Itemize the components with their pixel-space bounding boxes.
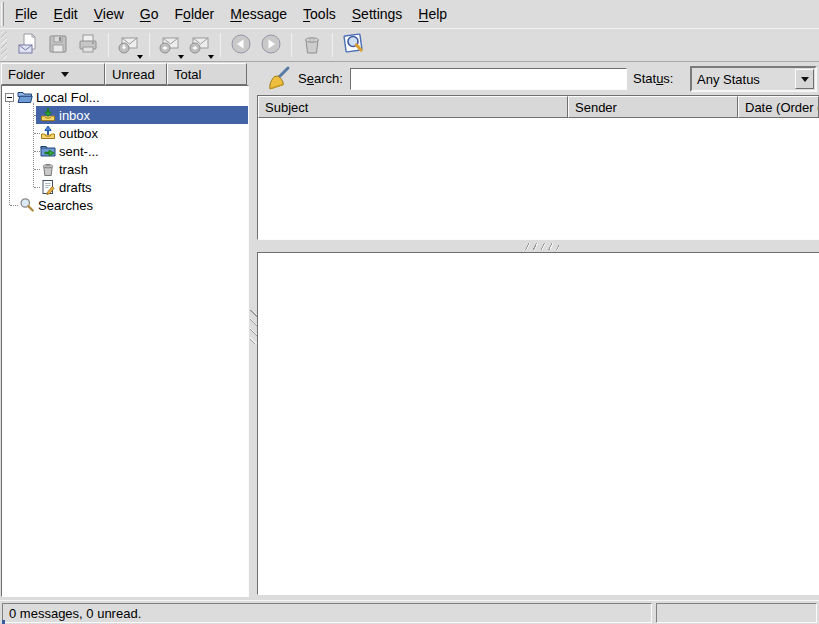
folder-label-local-folders: Local Fol... <box>36 90 100 105</box>
new-message-icon <box>16 32 40 59</box>
save-icon <box>46 32 70 59</box>
find-messages-button[interactable] <box>339 31 367 59</box>
splitter-grip[interactable] <box>525 243 559 250</box>
column-header-sender[interactable]: Sender <box>568 96 738 118</box>
folder-row-inbox[interactable]: inbox <box>2 106 248 124</box>
toolbar-separator <box>149 33 150 57</box>
toolbar-grip[interactable] <box>1 31 7 59</box>
combobox-arrow-button[interactable] <box>795 69 814 89</box>
broom-icon <box>263 81 291 96</box>
outbox-icon <box>40 125 56 141</box>
column-header-sender-label: Sender <box>575 100 617 115</box>
new-message-button[interactable] <box>14 31 42 59</box>
toolbar-separator <box>220 33 221 57</box>
search-bar: Search: Status: Any Status <box>257 63 819 95</box>
search-folder-icon <box>19 197 35 213</box>
trash-icon <box>300 32 324 59</box>
toolbar-separator <box>332 33 333 57</box>
sort-descending-icon <box>61 72 69 77</box>
folder-tree: Local Fol... inbox outbox <box>1 85 249 597</box>
message-preview-pane[interactable] <box>257 252 819 595</box>
menu-edit[interactable]: Edit <box>49 3 83 25</box>
back-button[interactable] <box>227 31 255 59</box>
drafts-icon <box>40 179 56 195</box>
column-header-subject-label: Subject <box>265 100 308 115</box>
menu-help[interactable]: Help <box>413 3 452 25</box>
column-header-total[interactable]: Total <box>167 63 247 85</box>
column-header-folder-label: Folder <box>8 67 45 82</box>
find-messages-icon <box>341 31 366 59</box>
next-button[interactable] <box>257 31 285 59</box>
trash-button[interactable] <box>298 31 326 59</box>
progress-indicator <box>2 620 5 624</box>
menu-tools[interactable]: Tools <box>298 3 341 25</box>
vertical-splitter[interactable] <box>250 63 257 597</box>
inbox-icon <box>40 107 56 123</box>
menu-go[interactable]: Go <box>135 3 164 25</box>
column-header-unread[interactable]: Unread <box>105 63 167 85</box>
menu-file[interactable]: File <box>10 3 43 25</box>
trash-folder-icon <box>40 161 56 177</box>
splitter-grip[interactable] <box>250 310 257 344</box>
print-icon <box>76 32 100 59</box>
sent-folder-icon <box>40 143 56 159</box>
clear-search-button[interactable] <box>263 65 291 93</box>
folder-label-sent: sent-... <box>59 144 99 159</box>
folder-label-searches: Searches <box>38 198 93 213</box>
open-folder-icon <box>17 89 33 105</box>
toolbar-separator <box>108 33 109 57</box>
status-label: Status: <box>633 71 673 86</box>
column-header-date[interactable]: Date (Order of Arrival) <box>738 96 819 118</box>
folder-label-drafts: drafts <box>59 180 92 195</box>
column-header-subject[interactable]: Subject <box>258 96 568 118</box>
status-combobox[interactable]: Any Status <box>690 66 817 92</box>
folder-list-header: Folder Unread Total <box>1 63 249 85</box>
toolbar <box>0 29 819 62</box>
search-input[interactable] <box>350 68 627 90</box>
forward-dropdown-arrow[interactable] <box>208 55 214 59</box>
horizontal-splitter[interactable] <box>257 241 819 252</box>
menu-settings[interactable]: Settings <box>347 3 408 25</box>
folder-row-trash[interactable]: trash <box>2 160 248 178</box>
column-header-total-label: Total <box>174 67 201 82</box>
next-icon <box>259 32 283 59</box>
folder-row-outbox[interactable]: outbox <box>2 124 248 142</box>
back-icon <box>229 32 253 59</box>
status-panel-right <box>656 603 817 623</box>
menu-view[interactable]: View <box>89 3 129 25</box>
check-mail-button[interactable] <box>115 31 143 59</box>
folder-row-local-folders[interactable]: Local Fol... <box>2 88 248 106</box>
folder-row-searches[interactable]: Searches <box>2 196 248 214</box>
message-list-header: Subject Sender Date (Order of Arrival) <box>258 96 819 118</box>
menu-message[interactable]: Message <box>225 3 292 25</box>
search-label: Search: <box>298 71 343 86</box>
message-list-body[interactable] <box>258 118 819 239</box>
reply-dropdown-arrow[interactable] <box>178 55 184 59</box>
column-header-unread-label: Unread <box>112 67 155 82</box>
message-list: Subject Sender Date (Order of Arrival) <box>257 95 819 240</box>
status-combobox-value: Any Status <box>692 72 795 87</box>
menubar-grip[interactable] <box>1 2 4 26</box>
toolbar-separator <box>291 33 292 57</box>
reply-button[interactable] <box>156 31 184 59</box>
status-message-panel: 0 messages, 0 unread. <box>2 603 652 623</box>
folder-row-sent[interactable]: sent-... <box>2 142 248 160</box>
folder-label-outbox: outbox <box>59 126 98 141</box>
status-message-text: 0 messages, 0 unread. <box>9 606 141 621</box>
status-bar: 0 messages, 0 unread. <box>0 600 819 624</box>
folder-row-drafts[interactable]: drafts <box>2 178 248 196</box>
print-button[interactable] <box>74 31 102 59</box>
folder-label-trash: trash <box>59 162 88 177</box>
save-button[interactable] <box>44 31 72 59</box>
column-header-folder[interactable]: Folder <box>1 63 105 85</box>
check-mail-dropdown-arrow[interactable] <box>137 55 143 59</box>
menubar: File Edit View Go Folder Message Tools S… <box>0 0 819 29</box>
folder-panel: Folder Unread Total Local Fol... <box>1 63 249 597</box>
menu-folder[interactable]: Folder <box>170 3 220 25</box>
chevron-down-icon <box>801 77 809 82</box>
folder-label-inbox: inbox <box>59 108 90 123</box>
forward-button[interactable] <box>186 31 214 59</box>
column-header-date-label: Date (Order of Arrival) <box>745 100 819 115</box>
